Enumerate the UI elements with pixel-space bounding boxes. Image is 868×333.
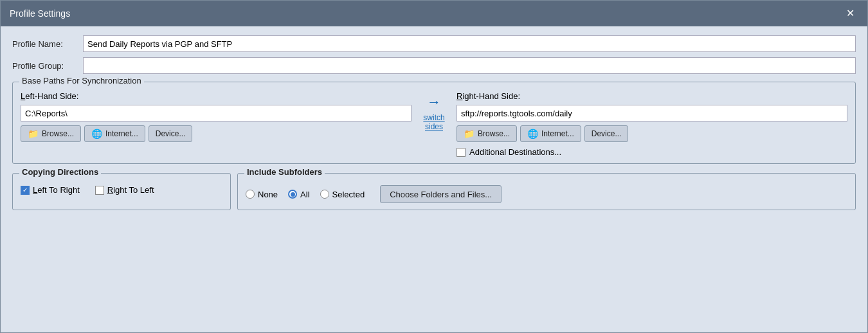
left-path-input[interactable] — [21, 105, 411, 122]
content-area: Profile Name: Profile Group: Base Paths … — [1, 26, 867, 332]
additional-destinations-row: Additional Destinations... — [457, 147, 847, 157]
folder-icon: 📁 — [28, 129, 39, 139]
right-buttons: 📁 Browse... 🌐 Internet... Device... — [457, 125, 847, 142]
selected-radio[interactable] — [320, 190, 329, 199]
title-bar: Profile Settings ✕ — [1, 1, 867, 26]
left-side-label: Left-Hand Side: — [21, 91, 411, 101]
left-buttons: 📁 Browse... 🌐 Internet... Device... — [21, 125, 411, 142]
none-radio[interactable] — [246, 190, 255, 199]
none-label: None — [258, 190, 278, 199]
bottom-row: Copying Directions ✓ Left To Right Right… — [12, 173, 856, 210]
close-button[interactable]: ✕ — [842, 7, 858, 20]
switch-sides-link[interactable]: switch sides — [423, 113, 444, 132]
profile-group-label: Profile Group: — [12, 61, 77, 71]
window-title: Profile Settings — [10, 8, 70, 19]
subfolder-options: None All Selected Choose Folders and Fil… — [246, 185, 847, 203]
selected-option[interactable]: Selected — [320, 190, 365, 199]
left-internet-button[interactable]: 🌐 Internet... — [84, 125, 145, 142]
all-option[interactable]: All — [288, 190, 309, 199]
left-to-right-label: Left To Right — [33, 185, 80, 195]
include-subfolders-group: Include Subfolders None All Selected Cho — [237, 173, 856, 210]
globe-icon-right: 🌐 — [527, 129, 538, 139]
none-option[interactable]: None — [246, 190, 278, 199]
left-device-button[interactable]: Device... — [149, 125, 193, 142]
base-paths-group: Base Paths For Synchronization Left-Hand… — [12, 82, 856, 164]
sync-middle: → switch sides — [411, 91, 457, 132]
right-to-left-checkbox[interactable] — [95, 186, 104, 195]
profile-name-row: Profile Name: — [12, 35, 856, 52]
profile-group-row: Profile Group: — [12, 57, 856, 74]
folder-icon-right: 📁 — [464, 129, 475, 139]
selected-label: Selected — [332, 190, 365, 199]
right-browse-button[interactable]: 📁 Browse... — [457, 125, 517, 142]
left-to-right-option[interactable]: ✓ Left To Right — [21, 185, 80, 195]
right-to-left-label: Right To Left — [107, 185, 154, 195]
right-side-label: Right-Hand Side: — [457, 91, 847, 101]
right-path-input[interactable] — [457, 105, 847, 122]
globe-icon: 🌐 — [91, 129, 102, 139]
all-radio[interactable] — [288, 190, 297, 199]
choose-folders-button[interactable]: Choose Folders and Files... — [380, 185, 502, 203]
additional-dest-label: Additional Destinations... — [469, 147, 561, 157]
profile-name-label: Profile Name: — [12, 39, 77, 49]
right-side: Right-Hand Side: 📁 Browse... 🌐 Internet.… — [457, 91, 847, 157]
include-subfolders-legend: Include Subfolders — [244, 167, 325, 177]
left-browse-button[interactable]: 📁 Browse... — [21, 125, 81, 142]
additional-dest-checkbox[interactable] — [457, 148, 466, 157]
base-paths-legend: Base Paths For Synchronization — [19, 76, 144, 86]
direction-arrow: → — [427, 95, 441, 109]
profile-name-input[interactable] — [83, 35, 856, 52]
right-internet-button[interactable]: 🌐 Internet... — [520, 125, 581, 142]
left-to-right-checkbox[interactable]: ✓ — [21, 186, 30, 195]
sync-row: Left-Hand Side: 📁 Browse... 🌐 Internet..… — [21, 91, 847, 157]
copying-directions-group: Copying Directions ✓ Left To Right Right… — [12, 173, 231, 210]
profile-group-input[interactable] — [83, 57, 856, 74]
right-to-left-option[interactable]: Right To Left — [95, 185, 154, 195]
left-side: Left-Hand Side: 📁 Browse... 🌐 Internet..… — [21, 91, 411, 142]
copying-directions-legend: Copying Directions — [19, 167, 101, 177]
copy-options: ✓ Left To Right Right To Left — [21, 185, 222, 195]
profile-settings-window: Profile Settings ✕ Profile Name: Profile… — [0, 0, 868, 333]
right-device-button[interactable]: Device... — [584, 125, 629, 142]
all-label: All — [300, 190, 309, 199]
